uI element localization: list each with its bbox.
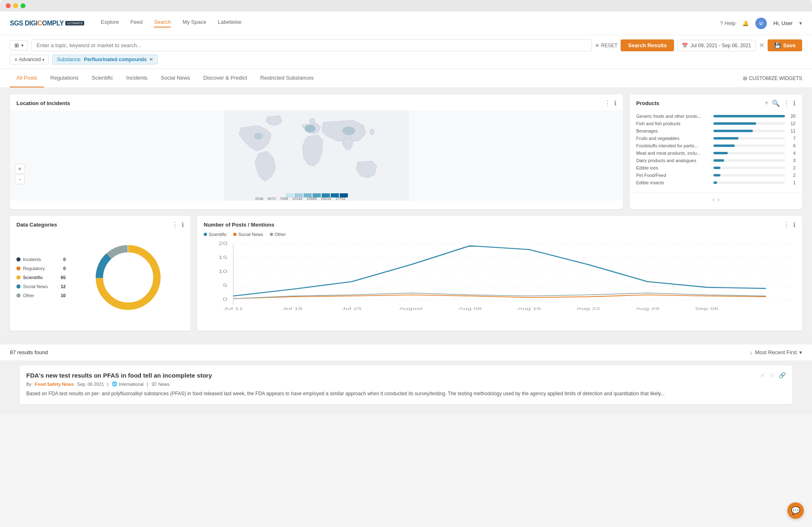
product-name: Generic foods and other produ... (636, 114, 710, 119)
world-map-svg (10, 110, 623, 201)
result-source[interactable]: Food Safety News (35, 382, 74, 387)
help-link[interactable]: ? Help (720, 20, 736, 26)
products-info-icon[interactable]: ℹ (793, 99, 796, 107)
tab-all-posts[interactable]: All Posts (10, 69, 44, 87)
tab-incidents[interactable]: Incidents (120, 69, 154, 87)
product-name: Pet Food/Feed (636, 173, 710, 178)
map-widget-header: Location of Incidents ⋮ ℹ (10, 94, 623, 110)
product-bar-wrap (713, 159, 785, 162)
results-bar: 87 results found ↓ Most Recent First ▾ (0, 344, 812, 360)
mentions-info-icon[interactable]: ℹ (793, 221, 796, 229)
regulatory-dot (16, 266, 21, 270)
map-info-icon[interactable]: ℹ (614, 99, 616, 107)
result-tag: 📰 News (151, 381, 170, 387)
map-widget-actions: ⋮ ℹ (604, 99, 616, 107)
maximize-button[interactable] (21, 3, 25, 8)
products-widget-title: Products (636, 100, 765, 106)
nav-explore[interactable]: Explore (101, 19, 119, 27)
svg-text:Aug 15: Aug 15 (518, 307, 541, 311)
user-label[interactable]: Hi, User (773, 20, 793, 26)
date-range-picker[interactable]: 📅 Jul 09, 2021 - Sep 06, 2021 (677, 40, 755, 51)
social-news-dot (233, 233, 237, 236)
donut-dots-icon[interactable]: ⋮ (172, 221, 178, 229)
search-input[interactable] (37, 42, 587, 48)
svg-text:5: 5 (223, 283, 228, 288)
mentions-dots-icon[interactable]: ⋮ (783, 221, 790, 229)
products-prev-icon[interactable]: ‹ (712, 196, 714, 203)
tag-remove-icon[interactable]: ✕ (149, 57, 153, 62)
date-close-icon[interactable]: ✕ (759, 41, 764, 49)
donut-svg (89, 238, 167, 316)
filter-lines-icon: ≡ (14, 57, 17, 62)
help-label: Help (725, 20, 736, 26)
nav-myspace[interactable]: My Space (182, 19, 206, 27)
link-icon[interactable]: 🔗 (779, 372, 786, 378)
mentions-widget-header: Number of Posts / Mentions ⋮ ℹ (197, 216, 802, 232)
product-count: 6 (788, 143, 796, 148)
product-bar (713, 130, 753, 132)
donut-widget-header: Data Categories ⋮ ℹ (10, 216, 191, 232)
sort-button[interactable]: ↓ Most Recent First ▾ (750, 349, 802, 355)
nav-right: ? Help 🔔 U Hi, User ▾ (720, 18, 802, 29)
legend-label-4: 10144 (292, 197, 302, 201)
social-news-dot (16, 284, 21, 289)
product-bar (713, 181, 717, 184)
donut-info-icon[interactable]: ℹ (182, 221, 184, 229)
logo: SGS DIGICOMPLY ULTIMATE (10, 20, 84, 27)
widgets-row-2: Data Categories ⋮ ℹ Incidents 0 Regulato… (10, 216, 802, 331)
zoom-in-button[interactable]: + (15, 164, 25, 174)
donut-widget-title: Data Categories (16, 222, 172, 228)
product-bar (713, 122, 756, 125)
list-item: Edible insects 1 (636, 180, 796, 185)
nav-labelwise[interactable]: Labelwise (218, 19, 242, 27)
tag-label: Substance: (57, 57, 81, 62)
tag-icon: 📰 (151, 381, 157, 387)
tab-scientific[interactable]: Scientific (85, 69, 120, 87)
legend-label-6: 15216 (321, 197, 331, 201)
nav-feed[interactable]: Feed (131, 19, 143, 27)
products-next-icon[interactable]: › (718, 196, 720, 203)
svg-text:Jul 25: Jul 25 (342, 307, 361, 311)
filter-icon-wrap[interactable]: ⊞ ▾ (10, 40, 28, 50)
checkmark-icon[interactable]: ✓ (760, 372, 765, 378)
search-results-button[interactable]: Search Results (621, 39, 674, 51)
substance-filter-tag: Substance: Perfluorinated compounds ✕ (52, 55, 158, 64)
products-widget: Products + 🔍 ⋮ ℹ Generic foods and other… (630, 94, 802, 209)
notification-icon[interactable]: 🔔 (742, 20, 749, 26)
advanced-filter-button[interactable]: ≡ Advanced ▾ (10, 55, 49, 64)
legend-other: Other 10 (16, 293, 66, 298)
products-search-icon[interactable]: 🔍 (772, 99, 780, 107)
legend-incidents: Incidents 0 (16, 257, 66, 262)
legend-label-1: 2536 (255, 197, 263, 201)
reset-button[interactable]: ✕ RESET (595, 43, 617, 48)
svg-text:Sep 05: Sep 05 (695, 307, 718, 311)
result-card-top: FDA's new test results on PFAS in food t… (26, 372, 786, 381)
nav-search[interactable]: Search (154, 19, 171, 27)
search-input-wrap[interactable] (31, 39, 592, 51)
zoom-out-button[interactable]: - (15, 174, 25, 184)
tab-restricted-substances[interactable]: Restricted Substances (254, 69, 320, 87)
save-button[interactable]: 💾 Save (768, 39, 802, 51)
star-icon[interactable]: ☆ (769, 372, 775, 378)
product-count: 12 (788, 121, 796, 126)
line-chart-svg: 20 15 10 5 0 Jul 11 Jul 18 Jul 25 August (204, 240, 796, 316)
products-dots-icon[interactable]: ⋮ (783, 99, 790, 107)
widgets-row-1: Location of Incidents ⋮ ℹ (10, 94, 802, 209)
map-dots-icon[interactable]: ⋮ (604, 99, 611, 107)
products-add-icon[interactable]: + (765, 99, 768, 107)
avatar: U (755, 18, 767, 29)
legend-label-3: 7508 (280, 197, 288, 201)
tab-regulations[interactable]: Regulations (44, 69, 85, 87)
product-bar-wrap (713, 152, 785, 154)
customize-widgets-button[interactable]: ⊞ CUSTOMIZE WIDGETS (743, 76, 802, 81)
minimize-button[interactable] (13, 3, 18, 8)
result-separator: | (107, 382, 108, 387)
donut-chart (72, 238, 184, 316)
tab-discover-predict[interactable]: Discover & Predict (197, 69, 254, 87)
close-button[interactable] (6, 3, 11, 8)
tag-value: Perfluorinated compounds (84, 57, 147, 62)
content-tabs: All Posts Regulations Scientific Inciden… (0, 69, 812, 88)
tab-social-news[interactable]: Social News (154, 69, 197, 87)
product-count: 20 (788, 114, 796, 119)
user-chevron-icon[interactable]: ▾ (799, 20, 802, 26)
